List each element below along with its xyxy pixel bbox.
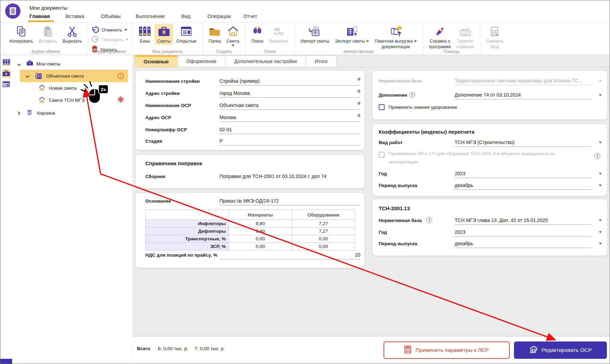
undo-button[interactable]: Отменить (92, 26, 129, 34)
dropdown-icon[interactable] (599, 220, 602, 221)
house-icon (227, 25, 239, 38)
tsn13-base-select[interactable]: ТСН МГЭ глава 13. Доп. 42 от 15.01.2025 (455, 217, 591, 225)
batch-export-button[interactable]: Пакетная выгрузка документации (372, 24, 419, 50)
info-icon[interactable]: i (118, 73, 124, 79)
worktype-select[interactable]: ТСН МГЭ (Строительство) (455, 139, 591, 147)
tree-item-my-estimates[interactable]: Мои сметы (36, 61, 60, 66)
help-icon[interactable]: ? (426, 217, 432, 223)
hotkeys-button[interactable]: Горячие клавиши (454, 24, 476, 50)
menu-tab-report[interactable]: Отчет (243, 14, 257, 19)
dropdown-icon[interactable] (599, 185, 602, 186)
import-estimate-button[interactable]: Импорт сметы (298, 24, 332, 45)
tsn13-period-select[interactable]: декабрь (455, 240, 591, 248)
paperclip-icon[interactable] (354, 78, 360, 83)
copy-button[interactable]: Копировать (7, 24, 35, 45)
tab-totals[interactable]: Итоги (306, 55, 336, 67)
footer-bar: Всего Б: 0,00 тыс. р. Т: 0,00 тыс. р. Пр… (132, 336, 610, 364)
stage-field[interactable]: Р (220, 137, 360, 145)
new-folder-button[interactable]: Папка (206, 24, 223, 45)
dropdown-icon[interactable] (599, 94, 602, 96)
rail-bases-icon[interactable] (2, 58, 11, 67)
help-icon[interactable]: ? (409, 92, 415, 98)
collection-value[interactable]: Поправки для ТСН-2001 от 03.10.2024 г. д… (220, 173, 360, 180)
menu-tab-view[interactable]: Вид (181, 14, 190, 19)
tree-item-recycle-bin[interactable]: Корзина (37, 110, 55, 116)
paperclip-icon[interactable] (354, 114, 360, 120)
paperclip-icon[interactable] (354, 102, 360, 108)
winter-checkbox[interactable] (379, 104, 385, 110)
document-tabstrip: Основные Оформление Дополнительные настр… (132, 55, 610, 67)
dropdown-icon[interactable] (599, 231, 602, 233)
estimates-button[interactable]: Сметы (155, 24, 173, 45)
binoculars-icon (252, 25, 263, 38)
tree-item-tsn-mge-estimate[interactable]: Смета ТСН МГЭ (49, 98, 85, 103)
redo-button[interactable]: Повторить (92, 36, 129, 44)
change-base-button[interactable]: Сменить базу (484, 24, 506, 50)
menu-tab-insert[interactable]: Вставка (66, 14, 84, 19)
menu-tab-volumes[interactable]: Объёмы (101, 14, 121, 19)
dropdown-icon[interactable] (599, 80, 602, 82)
empty-header-cell (146, 210, 229, 220)
osr-address-field[interactable]: Москва (220, 114, 360, 122)
osr-number-field[interactable]: 02-01 (220, 126, 360, 134)
binders-icon (138, 25, 152, 38)
tree-item-object-estimate[interactable]: Объектная смета (46, 73, 84, 79)
dropdown-icon[interactable] (599, 142, 602, 143)
group-label-docs: Мои документы (132, 49, 202, 54)
redo-dropdown-icon[interactable] (126, 39, 129, 41)
menu-tab-home[interactable]: Главная (29, 14, 50, 19)
edit-osr-button[interactable]: Редактировать ОСР (514, 341, 607, 359)
paste-icon (43, 25, 53, 38)
house-icon (38, 97, 45, 104)
new-estimate-button[interactable]: Смета (224, 24, 242, 47)
menu-tab-operations[interactable]: Операции (207, 14, 231, 19)
bases-button[interactable]: Базы (136, 24, 154, 45)
normbase-select[interactable]: Территориальные сметные нормативы для Мо… (455, 77, 591, 85)
tab-main[interactable]: Основные (135, 55, 178, 67)
apply-parameters-button[interactable]: Применить параметры к ЛСР (384, 341, 510, 359)
indices-table: Материалы Оборудование Инфляторы 9,80 7,… (145, 210, 355, 250)
menu-tab-execution[interactable]: Выполнение (136, 14, 165, 19)
replace-button[interactable]: AB↳AC Заменить (267, 24, 291, 45)
year-select[interactable]: 2023 (455, 170, 591, 178)
window-title: Мои документы (29, 5, 67, 11)
dropdown-icon[interactable] (599, 243, 602, 245)
keyboard-icon (459, 25, 471, 38)
period-select[interactable]: декабрь (455, 182, 591, 190)
cut-button[interactable]: Вырезать (60, 24, 84, 45)
column-header: Оборудование (292, 210, 355, 220)
rail-open-icon[interactable] (2, 80, 11, 89)
construction-name-field[interactable]: Стройка (пример) (220, 78, 360, 86)
osr-name-field[interactable]: Объектная смета (220, 102, 360, 110)
about-button[interactable]: Справка о программе (427, 24, 453, 50)
year-label: Год (379, 230, 387, 235)
construction-address-field[interactable]: город Москва (220, 90, 360, 98)
export-dropdown-icon[interactable] (366, 41, 369, 42)
chevron-right-icon[interactable] (17, 110, 21, 117)
help-icon[interactable]: ? (594, 153, 600, 159)
paperclip-icon[interactable] (354, 90, 360, 96)
tab-extra-settings[interactable]: Дополнительные настройки (225, 55, 306, 67)
main-content: Основные Оформление Дополнительные настр… (132, 55, 610, 364)
basis-value-field[interactable]: Приказ № МКЭ-ОД/24-172 (220, 197, 360, 205)
group-label-clipboard: Буфер обмена (4, 49, 88, 54)
tsn13-year-select[interactable]: 2023 (455, 229, 591, 237)
chevron-down-icon[interactable] (25, 74, 29, 80)
rail-estimates-icon[interactable] (2, 69, 11, 78)
addition-select[interactable]: Дополнение 74 от 03.10.2024 (455, 91, 591, 99)
undo-dropdown-icon[interactable] (124, 29, 127, 31)
tab-design[interactable]: Оформление (178, 55, 226, 67)
new-estimate-dropdown-icon[interactable] (232, 45, 234, 46)
dropdown-icon[interactable] (599, 173, 602, 175)
application-window: Мои документы Главная Вставка Объёмы Вып… (0, 0, 610, 364)
table-row: Транспортные, % 0,00 0,00 (146, 235, 355, 243)
open-documents-button[interactable]: Открытые (174, 24, 199, 45)
vat-field[interactable]: 20 (220, 251, 360, 259)
nrsp-checkbox[interactable] (379, 152, 385, 158)
export-estimate-button[interactable]: Экспорт сметы (333, 24, 372, 45)
search-button[interactable]: Поиск (249, 24, 266, 45)
chevron-down-icon[interactable] (17, 62, 21, 68)
paste-button[interactable]: Вставить (36, 24, 59, 45)
batch-export-dropdown-icon[interactable] (414, 41, 417, 42)
tree-item-new-estimate[interactable]: Новая смета (49, 86, 76, 91)
